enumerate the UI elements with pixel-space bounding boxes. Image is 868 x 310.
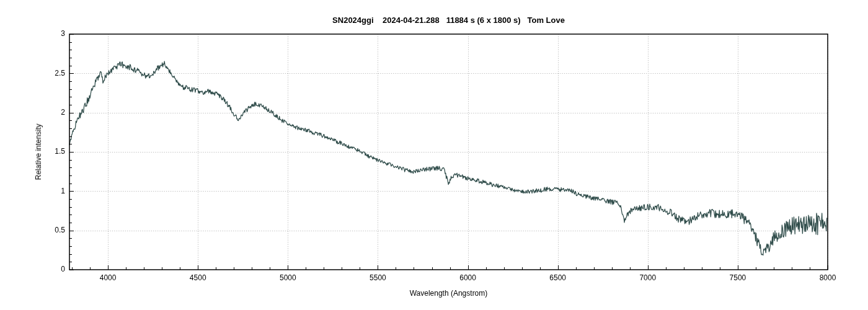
- x-axis-label: Wavelength (Angstrom): [69, 289, 828, 298]
- chart-title: SN2024ggi 2024-04-21.288 11884 s (6 x 18…: [69, 16, 828, 25]
- y-axis-label: Relative intensity: [34, 124, 43, 180]
- spectrum-figure: SN2024ggi 2024-04-21.288 11884 s (6 x 18…: [0, 0, 868, 310]
- spectrum-plot-canvas: [0, 0, 868, 310]
